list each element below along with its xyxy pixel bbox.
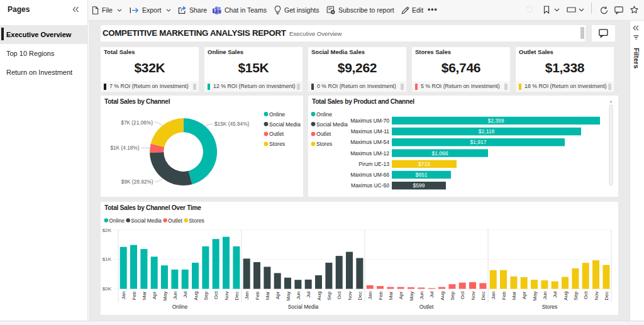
svg-text:$651: $651 — [416, 172, 428, 178]
svg-text:Feb: Feb — [378, 291, 384, 300]
svg-text:Oct: Oct — [213, 291, 219, 299]
svg-text:Aug: Aug — [440, 292, 445, 300]
svg-text:Apr: Apr — [275, 291, 280, 299]
svg-text:Maximus UC-50: Maximus UC-50 — [351, 182, 389, 189]
svg-text:Nov: Nov — [470, 292, 476, 300]
svg-text:Stores: Stores — [189, 218, 204, 224]
svg-text:$1K (4.18%): $1K (4.18%) — [110, 145, 139, 151]
svg-text:Dec: Dec — [604, 292, 609, 300]
svg-text:Dec: Dec — [480, 292, 486, 300]
svg-text:Jun: Jun — [172, 292, 178, 300]
svg-text:Jul: Jul — [429, 291, 435, 297]
svg-text:Sep: Sep — [450, 291, 455, 300]
svg-text:Nov: Nov — [594, 292, 599, 300]
svg-text:Sep: Sep — [573, 291, 579, 300]
svg-text:Mar: Mar — [388, 291, 394, 300]
svg-text:Stores: Stores — [269, 141, 286, 147]
svg-text:Stores: Stores — [316, 141, 333, 147]
svg-text:$1,066: $1,066 — [432, 150, 448, 157]
svg-text:Pirum UE-13: Pirum UE-13 — [358, 161, 389, 167]
svg-text:Oct: Oct — [460, 291, 465, 299]
svg-text:Social Media: Social Media — [131, 218, 162, 224]
svg-text:$2,118: $2,118 — [479, 128, 495, 135]
svg-text:$2,359: $2,359 — [488, 118, 504, 124]
svg-text:Apr: Apr — [152, 291, 157, 299]
svg-text:Apr: Apr — [398, 291, 404, 299]
svg-text:Aug: Aug — [316, 292, 322, 300]
svg-text:Stores: Stores — [542, 304, 558, 310]
svg-text:Aug: Aug — [563, 292, 569, 300]
svg-text:Online: Online — [172, 304, 188, 310]
svg-text:Mar: Mar — [265, 291, 270, 300]
svg-text:Jul: Jul — [306, 291, 311, 297]
svg-text:Jan: Jan — [491, 292, 496, 300]
svg-text:$715: $715 — [418, 161, 430, 167]
svg-text:May: May — [532, 292, 538, 301]
svg-text:Jun: Jun — [542, 292, 548, 300]
svg-text:Maximus UM-70: Maximus UM-70 — [350, 118, 389, 124]
svg-text:Maximus UM-12: Maximus UM-12 — [350, 150, 389, 157]
svg-text:Oct: Oct — [336, 291, 342, 299]
svg-text:Jun: Jun — [296, 292, 301, 300]
svg-text:$599: $599 — [413, 182, 425, 189]
svg-text:Oct: Oct — [583, 291, 589, 299]
svg-text:Jan: Jan — [121, 292, 126, 300]
svg-text:Sep: Sep — [203, 291, 209, 300]
svg-text:Outlet: Outlet — [316, 131, 331, 137]
svg-text:Apr: Apr — [521, 291, 527, 299]
svg-text:Nov: Nov — [347, 292, 353, 300]
svg-text:Maximus UM-66: Maximus UM-66 — [350, 172, 389, 178]
svg-text:Feb: Feb — [255, 291, 260, 300]
svg-text:Nov: Nov — [224, 292, 230, 300]
svg-text:Jan: Jan — [244, 292, 250, 300]
svg-text:$0K: $0K — [103, 286, 112, 292]
svg-text:Mar: Mar — [511, 291, 517, 300]
svg-text:Online: Online — [269, 111, 285, 118]
svg-text:Online: Online — [109, 218, 125, 224]
svg-text:May: May — [162, 292, 168, 301]
svg-text:Social Media: Social Media — [316, 121, 348, 128]
svg-text:Outlet: Outlet — [168, 218, 182, 224]
svg-text:Dec: Dec — [357, 292, 363, 300]
svg-text:Sep: Sep — [326, 291, 332, 300]
svg-text:Jun: Jun — [419, 292, 425, 300]
svg-text:Maximus UM-11: Maximus UM-11 — [351, 128, 390, 135]
svg-text:Jul: Jul — [552, 291, 558, 297]
svg-text:Mar: Mar — [142, 291, 147, 300]
svg-text:May: May — [409, 292, 414, 301]
svg-text:Jan: Jan — [367, 292, 373, 300]
svg-text:Jul: Jul — [182, 291, 188, 297]
svg-text:$1,917: $1,917 — [470, 139, 487, 145]
svg-text:Social Media: Social Media — [269, 121, 301, 128]
svg-text:Outlet: Outlet — [269, 131, 284, 137]
svg-text:Online: Online — [316, 111, 332, 118]
svg-text:Social Media: Social Media — [288, 304, 319, 310]
svg-text:$7K (21.06%): $7K (21.06%) — [121, 119, 153, 126]
svg-text:Feb: Feb — [501, 291, 507, 300]
svg-text:$15K (45.84%): $15K (45.84%) — [214, 121, 250, 127]
svg-text:Maximus UM-54: Maximus UM-54 — [350, 139, 389, 145]
svg-text:$9K (28.92%): $9K (28.92%) — [121, 179, 153, 185]
svg-text:Dec: Dec — [234, 292, 240, 300]
svg-text:Aug: Aug — [193, 292, 199, 300]
svg-text:May: May — [286, 292, 291, 301]
svg-text:Outlet: Outlet — [419, 304, 434, 310]
svg-text:$1K: $1K — [103, 256, 112, 262]
svg-text:$2K: $2K — [103, 228, 112, 233]
svg-text:Feb: Feb — [131, 291, 137, 300]
